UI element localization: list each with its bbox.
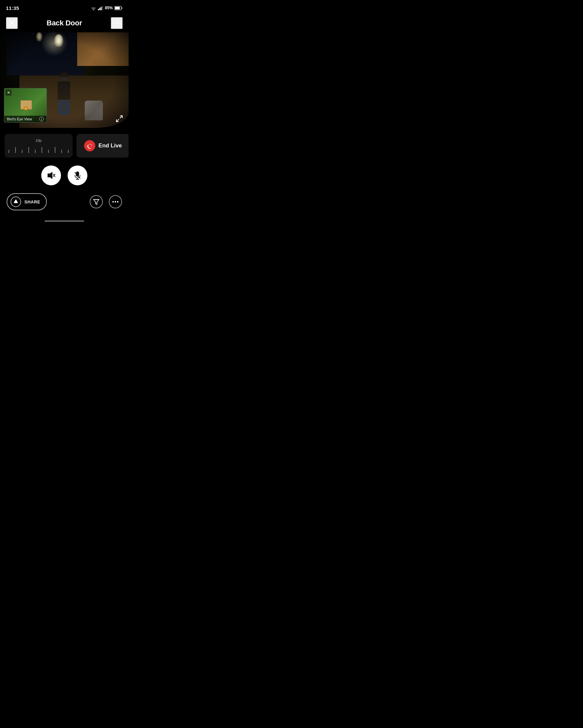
- bottom-bar: SHARE: [0, 189, 129, 220]
- tick-3: [22, 150, 22, 153]
- scene-light-secondary: [36, 32, 43, 42]
- end-live-icon: [84, 140, 95, 151]
- tick-8: [55, 147, 55, 153]
- person-leg-left: [58, 100, 63, 115]
- tick-7: [48, 150, 49, 153]
- wifi-icon: [91, 6, 96, 10]
- svg-rect-1: [99, 8, 100, 10]
- svg-rect-0: [98, 9, 99, 10]
- tick-1: [8, 150, 9, 153]
- svg-point-21: [16, 200, 17, 201]
- svg-line-12: [117, 119, 119, 122]
- timeline-container: 10p: [5, 134, 73, 158]
- timeline-label: 10p: [8, 138, 69, 142]
- speaker-button[interactable]: [41, 165, 61, 185]
- svg-text:i: i: [41, 118, 42, 121]
- battery-icon: [115, 6, 123, 10]
- person-leg-right: [65, 100, 70, 115]
- home-indicator: [0, 220, 129, 225]
- settings-button[interactable]: [111, 17, 123, 29]
- scene-light-main: [54, 34, 63, 47]
- scene-covered-item: [85, 101, 103, 120]
- share-button[interactable]: SHARE: [7, 193, 47, 210]
- scene-person: [54, 74, 74, 116]
- timeline-ticks: [8, 145, 69, 153]
- nav-bar: Back Door: [0, 15, 129, 32]
- birds-eye-title: Bird's Eye View: [7, 117, 32, 121]
- svg-rect-3: [102, 6, 103, 10]
- info-icon: i: [39, 117, 44, 121]
- tick-4: [28, 147, 29, 153]
- filter-button[interactable]: [90, 195, 103, 208]
- person-legs: [54, 100, 74, 115]
- audio-controls: [0, 161, 129, 189]
- mic-button[interactable]: [68, 165, 87, 185]
- close-button[interactable]: [6, 17, 18, 29]
- svg-point-22: [14, 202, 15, 203]
- tick-10: [68, 150, 69, 153]
- battery-percent: 85%: [105, 6, 113, 10]
- timeline-track[interactable]: [8, 145, 69, 153]
- tick-9: [61, 150, 62, 153]
- svg-rect-2: [101, 7, 102, 10]
- birds-eye-close-button[interactable]: ✕: [6, 90, 11, 96]
- end-live-text: End Live: [99, 142, 122, 149]
- person-head: [60, 74, 68, 81]
- svg-point-25: [112, 201, 114, 203]
- svg-rect-5: [115, 7, 120, 9]
- svg-point-23: [17, 202, 18, 203]
- end-live-button[interactable]: End Live: [76, 134, 129, 158]
- more-options-button[interactable]: [109, 195, 122, 208]
- svg-point-8: [116, 22, 118, 24]
- share-icon: [10, 197, 21, 207]
- camera-feed: ✕ Bird's Eye View i: [0, 32, 129, 128]
- home-indicator-bar: [45, 220, 84, 222]
- tick-2: [15, 147, 16, 153]
- birds-eye-dot: [24, 106, 28, 110]
- bottom-right-icons: [90, 195, 122, 208]
- expand-button[interactable]: [114, 113, 125, 124]
- page-title: Back Door: [47, 19, 82, 27]
- birds-eye-label: Bird's Eye View i: [4, 116, 47, 122]
- tick-5: [35, 150, 35, 153]
- status-bar: 11:35 85%: [0, 0, 129, 15]
- status-right: 85%: [91, 6, 123, 10]
- svg-point-26: [115, 201, 116, 203]
- status-time: 11:35: [6, 5, 19, 11]
- person-body: [58, 81, 70, 100]
- scene-ceiling: [77, 32, 129, 66]
- birds-eye-overlay: ✕ Bird's Eye View i: [4, 88, 47, 123]
- svg-marker-24: [94, 200, 99, 204]
- share-label: SHARE: [24, 200, 40, 204]
- tick-6: [42, 147, 42, 153]
- signal-icon: [98, 6, 103, 10]
- svg-line-11: [120, 116, 122, 118]
- svg-point-27: [117, 201, 118, 203]
- svg-marker-13: [48, 172, 52, 179]
- controls-section: 10p End Live: [0, 128, 129, 161]
